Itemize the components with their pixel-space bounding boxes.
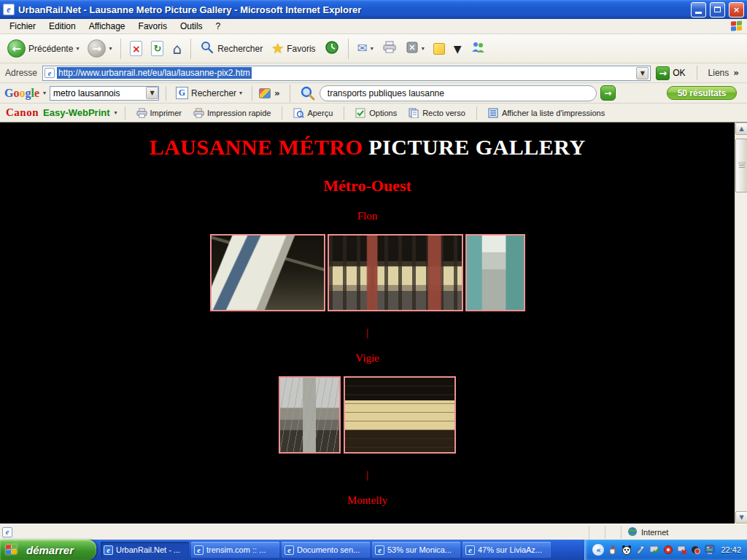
canon-preview-button[interactable]: Aperçu (290, 106, 336, 120)
photo-vigie-platform[interactable] (344, 376, 456, 454)
network-disconnected-icon[interactable] (676, 545, 687, 556)
menu-aide[interactable]: ? (209, 20, 228, 33)
menu-edition[interactable]: Edition (42, 20, 82, 33)
easy-webprint-dropdown-icon[interactable]: ▾ (115, 109, 117, 116)
messenger-button[interactable] (468, 39, 488, 58)
edit-button[interactable]: ▾ (403, 39, 427, 58)
results-count-button[interactable]: 50 résultats (667, 86, 737, 100)
google-search-label: Rechercher (191, 88, 236, 98)
line-connector: | (0, 470, 735, 480)
security-alert-icon[interactable] (690, 545, 701, 556)
menu-outils[interactable]: Outils (174, 20, 209, 33)
menu-fichier[interactable]: Fichier (3, 20, 42, 33)
canon-duplex-button[interactable]: Recto verso (405, 106, 469, 120)
discuss-button[interactable] (430, 42, 448, 56)
task-download-livia[interactable]: e 47% sur LiviaAz... (462, 542, 551, 558)
canon-print-label: Imprimer (150, 109, 182, 117)
canon-options-button[interactable]: Options (352, 106, 400, 120)
google-menu-dropdown-icon[interactable]: ▾ (43, 90, 46, 96)
panda-antivirus-icon[interactable] (621, 545, 632, 556)
back-dropdown-icon[interactable]: ▾ (76, 45, 79, 52)
print-button[interactable] (379, 39, 400, 58)
canon-preview-label: Aperçu (307, 109, 333, 117)
scrollbar-thumb[interactable] (735, 139, 747, 192)
home-button[interactable]: ⌂ (169, 40, 185, 58)
restore-button[interactable] (710, 2, 725, 18)
refresh-button[interactable]: ↻ (148, 39, 166, 58)
update-icon[interactable] (649, 545, 659, 556)
history-button[interactable] (322, 39, 342, 58)
gallery-page: LAUSANNE MÉTRO PICTURE GALLERY Métro-Oue… (0, 122, 735, 507)
ie-page-icon: e (44, 68, 55, 78)
mail-button[interactable]: ✉ ▾ (355, 41, 376, 56)
ie-download-icon: e (465, 545, 475, 555)
mail-dropdown-icon[interactable]: ▾ (371, 45, 374, 52)
edit-dropdown-icon[interactable]: ▾ (422, 45, 425, 52)
task-documento[interactable]: e Documento sen... (282, 542, 370, 558)
task-download-monica[interactable]: e 53% sur Monica... (372, 542, 460, 558)
canon-quick-print-button[interactable]: Impression rapide (190, 106, 274, 120)
toolbar-separator (252, 86, 252, 101)
task-label: 47% sur LiviaAz... (478, 545, 542, 554)
stop-button[interactable]: × (127, 39, 145, 58)
start-button[interactable]: démarrer (0, 540, 96, 560)
desktop: e UrbanRail.Net - Lausanne Metro Picture… (0, 0, 747, 560)
forward-button[interactable]: → ▾ (85, 38, 115, 59)
links-menu[interactable]: Liens » (704, 68, 743, 78)
google-logo[interactable]: Google (4, 87, 39, 100)
canon-logo: Canon (6, 106, 39, 119)
address-input[interactable]: e http://www.urbanrail.net/eu/lau/lausan… (42, 66, 651, 81)
menu-affichage[interactable]: Affichage (82, 20, 132, 33)
scroll-down-button[interactable]: ▼ (735, 511, 747, 524)
go-label: OK (673, 68, 685, 78)
tray-clock: 22:42 (721, 545, 741, 554)
menu-favoris[interactable]: Favoris (132, 20, 174, 33)
back-button[interactable]: ← Précédente ▾ (4, 38, 82, 59)
canon-print-list-button[interactable]: Afficher la liste d'impressions (484, 106, 608, 120)
preview-icon (293, 108, 304, 118)
antivirus-shield-icon[interactable] (662, 545, 673, 556)
minimize-button[interactable] (691, 2, 706, 18)
quick-printer-icon (193, 108, 204, 118)
google-search-input[interactable]: metro lausannois ▼ (50, 86, 159, 101)
scrollbar-track[interactable] (735, 135, 747, 511)
google-overflow-chevron-icon[interactable]: » (274, 88, 280, 98)
pagerank-icon[interactable] (259, 88, 271, 98)
plugin-button[interactable]: ▼ (451, 42, 465, 55)
java-icon[interactable] (607, 545, 618, 556)
favorites-button[interactable]: ★ Favoris (268, 40, 318, 57)
print-list-icon (488, 108, 499, 118)
canon-print-button[interactable]: Imprimer (133, 106, 185, 120)
printer-icon (136, 108, 147, 118)
task-trensim[interactable]: e trensim.com :: ... (191, 542, 279, 558)
google-search-dropdown-icon[interactable]: ▾ (239, 90, 242, 96)
google-query-dropdown-button[interactable]: ▼ (146, 87, 158, 99)
photo-flon-interior[interactable] (465, 234, 525, 311)
easy-webprint-menu[interactable]: Easy-WebPrint (43, 107, 110, 118)
task-urbanrail[interactable]: e UrbanRail.Net - ... (101, 542, 189, 558)
mail-icon: ✉ (357, 42, 368, 55)
display-settings-icon[interactable] (704, 545, 715, 556)
status-pane (589, 526, 605, 539)
status-bar: e Internet (0, 524, 747, 540)
search-button[interactable]: Rechercher (197, 39, 266, 58)
ie-icon: e (194, 545, 204, 555)
scroll-up-button[interactable]: ▲ (735, 122, 747, 135)
photo-row-vigie (0, 376, 735, 454)
task-label: trensim.com :: ... (206, 545, 266, 554)
photo-vigie-exterior[interactable] (279, 376, 341, 454)
google-search-button[interactable]: G Rechercher ▾ (173, 85, 245, 101)
photo-flon-train[interactable] (210, 234, 325, 311)
vertical-scrollbar[interactable]: ▲ ▼ (735, 122, 747, 524)
finder-search-input[interactable] (320, 85, 597, 101)
tray-collapse-button[interactable]: « (592, 544, 604, 556)
close-button[interactable]: × (729, 2, 744, 18)
line-title: Métro-Ouest (0, 176, 735, 195)
finder-go-button[interactable]: → (600, 85, 616, 101)
go-button[interactable]: → OK (654, 66, 689, 81)
photo-flon-platform[interactable] (328, 234, 463, 311)
google-g-icon: G (176, 87, 188, 99)
security-zone-pane: Internet (621, 526, 745, 539)
address-dropdown-button[interactable]: ▼ (636, 67, 649, 79)
rocket-icon[interactable] (635, 545, 646, 556)
